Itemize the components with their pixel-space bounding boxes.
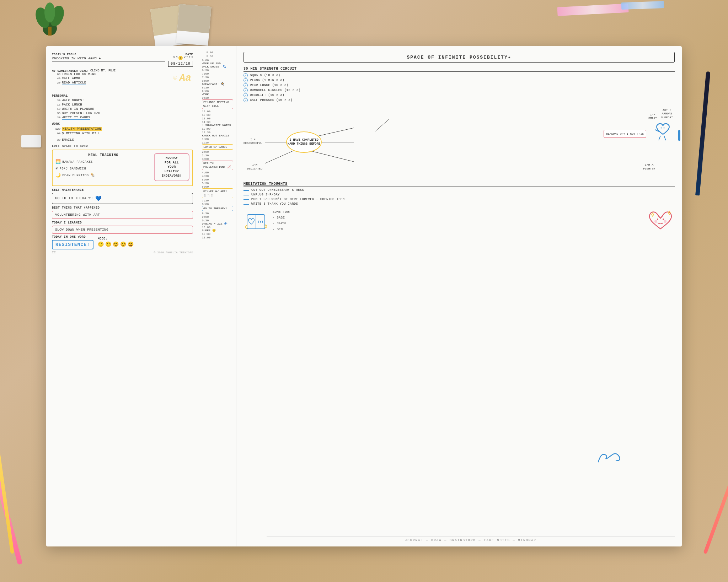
ty-doodle: TY! bbox=[243, 209, 268, 235]
free-space-label: FREE SPACE TO GROW bbox=[52, 145, 193, 148]
task-min: 35 bbox=[52, 112, 60, 115]
workout-text-5: DEADLIFT (10 × 3) bbox=[250, 93, 284, 97]
red-heart-doodle bbox=[646, 209, 675, 235]
planner-document: TODAY'S FOCUS CHECKING IN WITH ARMO ♦ DA… bbox=[46, 46, 682, 546]
mood-icon-4: 😊 bbox=[120, 241, 126, 247]
weekday-w: W bbox=[184, 56, 185, 60]
today-learned-box: SLOW DOWN WHEN PRESENTING bbox=[52, 226, 193, 234]
heart-icon: 💙 bbox=[95, 195, 101, 201]
mindmap-art-armo: ART +ARMO'SSUPPORT bbox=[661, 108, 673, 119]
workout-text-6: CALF PRESSES (10 × 3) bbox=[250, 98, 293, 102]
meditation-item-4: WRITE 3 THANK YOU CARDS bbox=[243, 202, 675, 206]
time-9-30-finance: 9:30 FINANCE MEETINGWITH BILL bbox=[202, 96, 233, 109]
med-dash-1 bbox=[243, 190, 249, 191]
dinner-text: DINNER W/ ART!🍴🍴🍴 bbox=[203, 190, 227, 197]
ty-section: TY! SOME FOR: - SAGE - CAROL - BEN bbox=[243, 209, 291, 235]
svg-marker-25 bbox=[652, 213, 654, 216]
mindmap-resourceful: I'MRESOURCEFUL bbox=[243, 138, 262, 145]
meditation-text-1: CUT OUT UNNECESSARY STRESS bbox=[251, 188, 304, 192]
middle-panel: 5:00 5:30 6:00 WAKE UP AND WALK DOGES! 🐾… bbox=[199, 46, 236, 546]
mood-section-container: MOOD: 😐 😐 😊 😊 😄 bbox=[98, 237, 134, 247]
right-content: 30 MIN STRENGTH CIRCUIT SQUATS (10 × 3) … bbox=[243, 67, 675, 235]
svg-point-21 bbox=[657, 219, 658, 220]
goal-value: CLIMB MT. FUJI bbox=[90, 69, 116, 72]
right-left-col: 30 MIN STRENGTH CIRCUIT SQUATS (10 × 3) … bbox=[243, 67, 675, 235]
task-row: 10 WRITE IN PLANNER bbox=[52, 107, 193, 111]
task-row: 60 TRAIN FOR 60 MINS bbox=[52, 72, 193, 76]
one-word-box: RESISTENCE! bbox=[52, 240, 93, 249]
some-for-ben: - BEN bbox=[273, 227, 291, 232]
workout-item-3: REAR LUNGE (10 × 3) bbox=[243, 83, 675, 87]
svg-line-9 bbox=[311, 151, 354, 162]
task-min: 10 bbox=[52, 107, 60, 111]
task-text: $ MEETING WITH BILL bbox=[62, 132, 100, 135]
workout-text-2: PLANK (1 MIN × 3) bbox=[250, 79, 284, 82]
svg-text:TY!: TY! bbox=[258, 220, 263, 224]
reasons-box: REASONS WHY I GOT THIS bbox=[604, 130, 646, 138]
time-12-30-emails: 12:30 KNOCK OUT EMAILS bbox=[202, 131, 233, 137]
check-dumbbell bbox=[243, 88, 248, 92]
svg-point-15 bbox=[664, 128, 665, 129]
meal-row-3: 🌙 BEAN BURRITOS 🌯 bbox=[55, 173, 151, 178]
personal-label: PERSONAL bbox=[52, 94, 193, 98]
page-number: 22 bbox=[52, 251, 56, 254]
task-row: 90 $ MEETING WITH BILL bbox=[52, 132, 193, 135]
time-5-30-b: 5:30 bbox=[202, 182, 233, 185]
time-6-00: 6:00 WAKE UP AND WALK DOGES! 🐾 bbox=[202, 59, 233, 68]
task-text-highlighted: HEALTH PRESENTATION bbox=[62, 127, 102, 131]
workout-item-6: CALF PRESSES (10 × 3) bbox=[243, 98, 675, 102]
mindmap-fighter: I'M AFIGHTER bbox=[643, 163, 655, 171]
task-row: 20 READ ARTICLE bbox=[52, 81, 193, 85]
med-dash-3 bbox=[243, 199, 249, 200]
mood-icons: 😐 😐 😊 😊 😄 bbox=[98, 241, 134, 247]
time-6-30: 6:30 bbox=[202, 69, 233, 72]
meditation-title: MEDITATION THOUGHTS bbox=[243, 182, 675, 187]
med-dash-4 bbox=[243, 204, 249, 205]
one-word-section: TODAY IN ONE WORD RESISTENCE! bbox=[52, 235, 93, 249]
meal-row-1: 🌅 BANANA PANCAKES bbox=[55, 159, 151, 165]
time-3-00-health: 3:00 HEALTHPRESENTATION! 📈 bbox=[202, 157, 233, 170]
mindmap-dedicated: I'MDEDICATED bbox=[247, 163, 262, 171]
date-label: DATE bbox=[168, 53, 193, 56]
svg-line-10 bbox=[375, 119, 389, 131]
blue-script-doodle bbox=[596, 449, 625, 468]
copyright: © 2020 ANGELIA TRINIDAD bbox=[154, 251, 193, 254]
check-squats bbox=[243, 73, 248, 77]
date-box: DATE S M T W T F S 08/12/19 bbox=[168, 53, 193, 67]
bottom-section: TY! SOME FOR: - SAGE - CAROL - BEN bbox=[243, 209, 675, 235]
right-panel: SPACE OF INFINITE POSSIBILITY✦ 30 MIN ST… bbox=[236, 46, 682, 546]
workout-title: 30 MIN STRENGTH CIRCUIT bbox=[243, 67, 675, 72]
time-2-30: 2:30 bbox=[202, 154, 233, 157]
focus-value: CHECKING IN WITH ARMO ♦ bbox=[52, 56, 165, 61]
maintenance-text: GO TH TO THERAPY! bbox=[55, 196, 93, 200]
maintenance-box: GO TH TO THERAPY! 💙 bbox=[52, 193, 193, 204]
finance-meeting-text: FINANCE MEETINGWITH BILL bbox=[203, 101, 229, 107]
task-min: 90 bbox=[52, 132, 60, 135]
task-row: 15 PACK LUNCH bbox=[52, 103, 193, 107]
time-7-30: 7:30 bbox=[202, 199, 233, 202]
svg-line-11 bbox=[659, 136, 660, 140]
workout-text-1: SQUATS (10 × 3) bbox=[250, 74, 280, 77]
weekday-t-active: T bbox=[178, 56, 183, 60]
task-text: PACK LUNCH bbox=[62, 103, 82, 107]
task-row: 40 CALL ARMO bbox=[52, 77, 193, 80]
meditation-item-2: UNPLUG 1HR/DAY bbox=[243, 193, 675, 196]
workout-text-3: REAR LUNGE (10 × 3) bbox=[250, 83, 288, 87]
date-value: 08/12/19 bbox=[168, 61, 193, 67]
header-row: TODAY'S FOCUS CHECKING IN WITH ARMO ♦ DA… bbox=[52, 53, 193, 67]
meal-row-2: ☀️ PB+J SANDWICH bbox=[55, 166, 151, 171]
some-for-carol: - CAROL bbox=[273, 221, 291, 226]
doodle-area: 60 TRAIN FOR 60 MINS 40 CALL ARMO 20 REA… bbox=[52, 72, 193, 92]
workout-item-1: SQUATS (10 × 3) bbox=[243, 73, 675, 77]
time-8-00: 8:00 BREAKFAST! 🍳 bbox=[202, 79, 233, 86]
workout-item-4: DUMBBELL CIRCLES (15 × 3) bbox=[243, 88, 675, 92]
time-9-30-unwind: 9:30 UNWIND + ZZZ 💤 bbox=[202, 219, 233, 225]
task-text: TRAIN FOR 60 MINS bbox=[62, 72, 96, 76]
meal-icon-1: 🌅 bbox=[55, 159, 61, 165]
some-for-section: SOME FOR: - SAGE - CAROL - BEN bbox=[273, 209, 291, 232]
best-thing-label: BEST THING THAT HAPPENED bbox=[52, 206, 193, 210]
today-learned-label: TODAY I LEARNED bbox=[52, 221, 193, 225]
lunch-carol-text: LUNCH W/ CAROL bbox=[203, 145, 227, 149]
best-thing-value: VOLUNTEERING WITH ART bbox=[55, 213, 100, 217]
time-9-00-b: 9:00 bbox=[202, 215, 233, 219]
